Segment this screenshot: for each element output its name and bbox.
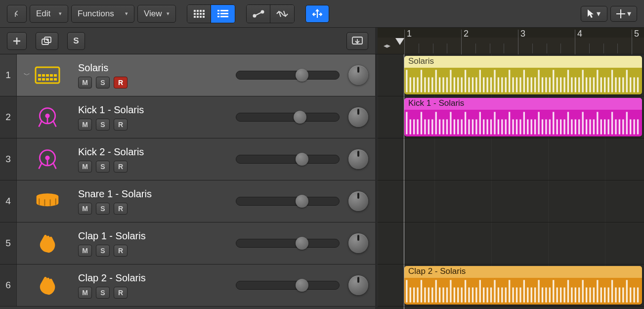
track-number[interactable]: 1 [0,54,17,96]
svg-rect-127 [406,112,407,134]
arrange-lane[interactable]: Solaris [378,54,644,96]
track-name[interactable]: Kick 2 - Solaris [78,146,236,158]
edit-menu[interactable]: Edit ▾ [30,5,68,23]
track-row[interactable]: 2 Kick 1 - SolarisMSR [0,96,375,138]
add-track-button[interactable] [7,32,27,50]
track-name[interactable]: Clap 2 - Solaris [78,272,236,284]
disclosure-toggle[interactable]: ﹀ [22,70,32,80]
global-solo-button[interactable]: S [67,32,85,50]
duplicate-track-button[interactable] [36,32,58,50]
record-button[interactable]: R [114,203,128,215]
pointer-tool[interactable]: ▾ [581,6,607,22]
flex-button[interactable] [270,5,294,23]
plus-icon [13,37,21,45]
svg-rect-254 [637,287,639,302]
link-button[interactable] [7,5,27,23]
marquee-tool[interactable]: ▾ [610,6,637,22]
arrange-lane[interactable]: Clap 2 - Solaris [378,265,644,307]
track-number[interactable]: 5 [0,222,17,264]
automation-button[interactable] [247,5,270,23]
svg-rect-143 [465,112,466,134]
kick-icon [35,149,60,170]
svg-rect-124 [630,77,631,92]
track-number[interactable]: 4 [0,180,17,222]
pan-knob[interactable] [348,233,368,253]
pan-knob[interactable] [348,275,368,295]
svg-rect-245 [604,287,605,302]
mute-button[interactable]: M [78,119,92,131]
pan-knob[interactable] [348,149,368,169]
view-menu[interactable]: View ▾ [137,5,176,23]
track-name[interactable]: Kick 1 - Solaris [78,104,236,116]
volume-slider[interactable] [236,71,340,80]
pan-knob[interactable] [348,191,368,211]
track-row[interactable]: 1﹀ SolarisMSR [0,54,375,96]
svg-rect-242 [593,287,595,302]
arrange-area[interactable]: SolarisKick 1 - SolarisClap 2 - Solaris [375,54,644,309]
track-name[interactable]: Clap 1 - Solaris [78,230,236,242]
solo-button[interactable]: S [96,287,110,299]
svg-rect-91 [509,70,510,92]
svg-rect-97 [531,77,532,92]
pan-knob[interactable] [348,65,368,85]
mute-button[interactable]: M [78,287,92,299]
bar-label: 2 [464,29,469,39]
volume-slider[interactable] [236,197,340,206]
track-row[interactable]: 3 Kick 2 - SolarisMSR [0,138,375,180]
track-body: Clap 2 - SolarisMSR [78,265,236,306]
solo-button[interactable]: S [96,245,110,257]
playhead[interactable] [395,38,404,53]
svg-rect-129 [413,119,415,134]
solo-button[interactable]: S [96,119,110,131]
arrange-lane[interactable] [378,180,644,222]
arrange-lane[interactable]: Kick 1 - Solaris [378,96,644,138]
timeline-ruler[interactable]: ◂▸ 12345 [378,28,644,54]
list-view-button[interactable] [211,5,235,23]
region[interactable]: Clap 2 - Solaris [404,266,642,305]
region[interactable]: Kick 1 - Solaris [404,98,642,136]
edit-label: Edit [36,9,50,19]
mute-button[interactable]: M [78,77,92,88]
mute-button[interactable]: M [78,161,92,173]
svg-rect-203 [450,280,451,302]
track-number[interactable]: 6 [0,265,17,306]
track-number[interactable]: 3 [0,138,17,180]
catch-playhead-button[interactable] [305,5,329,23]
volume-slider[interactable] [236,113,340,122]
volume-slider[interactable] [236,155,340,164]
record-button[interactable]: R [114,77,128,88]
mute-button[interactable]: M [78,203,92,215]
track-row[interactable]: 6 Clap 2 - SolarisMSR [0,265,375,307]
volume-slider[interactable] [236,281,340,290]
pan-knob[interactable] [348,107,368,127]
region[interactable]: Solaris [404,56,642,94]
grid-view-button[interactable] [187,5,211,23]
svg-rect-65 [413,77,415,92]
solo-button[interactable]: S [96,161,110,173]
svg-rect-38 [38,74,41,77]
automation-flex-toggle [246,4,295,23]
arrange-lane[interactable] [378,222,644,265]
chevron-down-icon: ▾ [125,10,128,17]
svg-rect-168 [557,119,558,134]
solo-button[interactable]: S [96,203,110,215]
svg-rect-215 [494,280,495,302]
svg-rect-137 [442,119,444,134]
svg-rect-94 [519,77,521,92]
track-name[interactable]: Snare 1 - Solaris [78,188,236,200]
record-button[interactable]: R [114,119,128,131]
arrange-lane[interactable] [378,138,644,180]
volume-slider[interactable] [236,239,340,248]
track-row[interactable]: 5 Clap 1 - SolarisMSR [0,222,375,265]
mute-button[interactable]: M [78,245,92,257]
record-button[interactable]: R [114,161,128,173]
svg-rect-76 [454,77,455,92]
functions-menu[interactable]: Functions ▾ [71,5,134,23]
solo-button[interactable]: S [96,77,110,88]
import-button[interactable] [346,32,368,50]
track-name[interactable]: Solaris [78,62,236,74]
record-button[interactable]: R [114,245,128,257]
track-number[interactable]: 2 [0,96,17,138]
record-button[interactable]: R [114,287,128,299]
track-row[interactable]: 4 Snare 1 - SolarisMSR [0,180,375,222]
